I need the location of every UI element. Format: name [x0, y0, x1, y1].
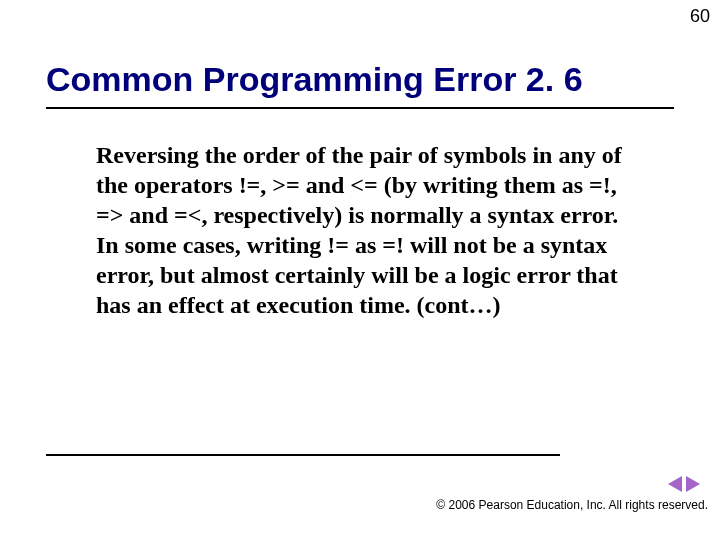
page-number: 60 [690, 6, 710, 27]
body-text: Reversing the order of the pair of symbo… [96, 140, 630, 320]
title-block: Common Programming Error 2. 6 [46, 60, 674, 109]
next-slide-icon[interactable] [686, 476, 700, 492]
title-rule [46, 107, 674, 109]
slide-nav [668, 476, 700, 492]
prev-slide-icon[interactable] [668, 476, 682, 492]
bottom-rule [46, 454, 560, 456]
body-block: Reversing the order of the pair of symbo… [96, 140, 630, 320]
slide-title: Common Programming Error 2. 6 [46, 60, 674, 105]
slide: 60 Common Programming Error 2. 6 Reversi… [0, 0, 720, 540]
copyright-footer: © 2006 Pearson Education, Inc. All right… [436, 498, 708, 512]
